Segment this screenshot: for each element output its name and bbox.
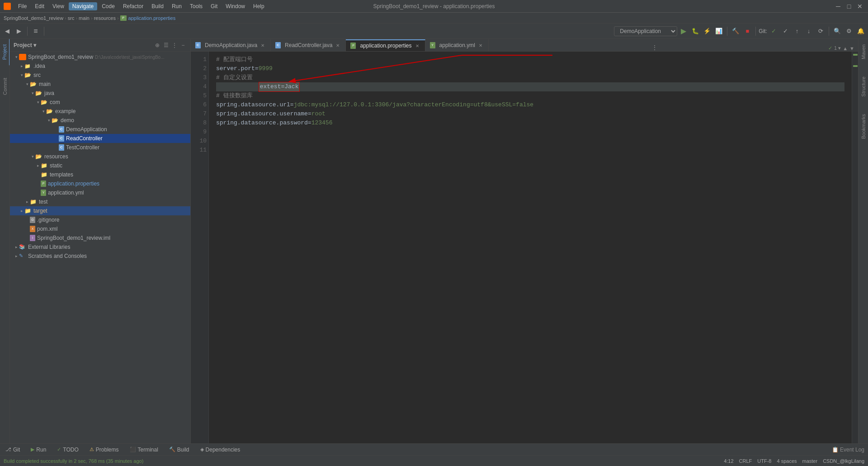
stop-button[interactable]: ■ bbox=[742, 26, 753, 37]
project-icon-1[interactable]: ⊕ bbox=[154, 42, 161, 49]
menu-build[interactable]: Build bbox=[148, 2, 167, 10]
bottom-tab-terminal[interactable]: ⬛ Terminal bbox=[128, 446, 160, 454]
menu-view[interactable]: View bbox=[49, 2, 68, 10]
breadcrumb-src[interactable]: src bbox=[68, 15, 75, 21]
tree-label-java: java bbox=[44, 90, 54, 96]
project-icon-2[interactable]: ☰ bbox=[162, 42, 170, 49]
bottom-tab-problems[interactable]: ⚠ Problems bbox=[88, 446, 121, 454]
code-line-2: server.port=9999 bbox=[216, 64, 844, 73]
tree-item-gitignore[interactable]: G .gitignore bbox=[10, 215, 190, 224]
breadcrumb-file[interactable]: P application.properties bbox=[120, 15, 176, 21]
tree-item-static[interactable]: ▸ 📁 static bbox=[10, 161, 190, 170]
recent-files-button[interactable]: ≡ bbox=[30, 26, 41, 37]
tree-item-pomxml[interactable]: X pom.xml bbox=[10, 224, 190, 233]
expand-button[interactable]: ▼ bbox=[849, 46, 854, 51]
tree-item-idea[interactable]: ▸ 📁 .idea bbox=[10, 62, 190, 71]
tree-item-scratches[interactable]: ▸ ✎ Scratches and Consoles bbox=[10, 252, 190, 261]
tree-item-extlibs[interactable]: ▸ 📚 External Libraries bbox=[10, 243, 190, 252]
menu-tools[interactable]: Tools bbox=[186, 2, 206, 10]
build-button[interactable]: 🔨 bbox=[730, 26, 741, 37]
git-history-button[interactable]: ⟳ bbox=[815, 26, 826, 37]
code-editor[interactable]: # 配置端口号 server.port=9999 # 自定义设置 extest=… bbox=[209, 52, 852, 443]
tree-item-main[interactable]: ▾ 📂 main bbox=[10, 80, 190, 89]
coverage-button[interactable]: ⚡ bbox=[702, 26, 712, 37]
tree-item-root[interactable]: ▾ SpringBoot_demo1_review D:\Java\code\t… bbox=[10, 52, 190, 62]
tree-item-testcontroller[interactable]: C TestController bbox=[10, 143, 190, 152]
encoding-status[interactable]: UTF-8 bbox=[757, 458, 771, 464]
menu-file[interactable]: File bbox=[14, 2, 30, 10]
tree-item-appyml[interactable]: Y application.yml bbox=[10, 188, 190, 197]
search-everywhere-button[interactable]: 🔍 bbox=[832, 26, 843, 37]
bottom-tab-dependencies[interactable]: ◈ Dependencies bbox=[198, 446, 242, 454]
git-branch-status[interactable]: master bbox=[802, 458, 818, 464]
tab-demoapplication[interactable]: C DemoApplication.java ✕ bbox=[191, 39, 271, 51]
tab-more-button[interactable]: ⋮ bbox=[651, 44, 658, 51]
bottom-tab-git[interactable]: ⎇ Git bbox=[4, 446, 22, 454]
tree-item-com[interactable]: ▾ 📂 com bbox=[10, 98, 190, 107]
cursor-position[interactable]: 4:12 bbox=[724, 458, 733, 464]
indent-status[interactable]: 4 spaces bbox=[777, 458, 797, 464]
menu-git[interactable]: Git bbox=[207, 2, 221, 10]
debug-button[interactable]: 🐛 bbox=[690, 26, 701, 37]
menu-help[interactable]: Help bbox=[250, 2, 268, 10]
menu-navigate[interactable]: Navigate bbox=[69, 2, 97, 10]
bottom-tab-run[interactable]: ▶ Run bbox=[29, 446, 48, 454]
collapse-button[interactable]: ▲ bbox=[843, 46, 848, 51]
git-pull-button[interactable]: ↓ bbox=[803, 26, 814, 37]
tree-item-demo[interactable]: ▾ 📂 demo bbox=[10, 116, 190, 125]
breadcrumb-resources[interactable]: resources bbox=[94, 15, 116, 21]
structure-tab[interactable]: Structure bbox=[860, 73, 867, 100]
event-log-button[interactable]: 📋 Event Log bbox=[832, 447, 864, 453]
tree-item-readcontroller[interactable]: C ReadController bbox=[10, 134, 190, 143]
close-button[interactable]: ✕ bbox=[855, 2, 864, 11]
tree-item-target[interactable]: ▸ 📁 target bbox=[10, 206, 190, 215]
tab-close-appyml[interactable]: ✕ bbox=[477, 42, 484, 48]
tree-item-src[interactable]: ▾ 📂 src bbox=[10, 71, 190, 80]
project-panel-tab[interactable]: Project bbox=[0, 39, 10, 65]
bottom-tab-build[interactable]: 🔨 Build bbox=[167, 446, 191, 454]
git-update-button[interactable]: ✓ bbox=[768, 26, 779, 37]
menu-window[interactable]: Window bbox=[222, 2, 249, 10]
menu-edit[interactable]: Edit bbox=[31, 2, 48, 10]
project-icon-3[interactable]: ⋮ bbox=[171, 42, 178, 49]
forward-button[interactable]: ▶ bbox=[14, 26, 24, 37]
notifications-button[interactable]: 🔔 bbox=[855, 26, 866, 37]
minimize-button[interactable]: ─ bbox=[834, 2, 843, 11]
run-config-select[interactable]: DemoApplication bbox=[614, 26, 677, 36]
tab-close-appprops[interactable]: ✕ bbox=[414, 43, 420, 49]
git-commit-button[interactable]: ✓ bbox=[780, 26, 791, 37]
settings-button[interactable]: ⚙ bbox=[844, 26, 854, 37]
menu-run[interactable]: Run bbox=[168, 2, 185, 10]
tree-item-example[interactable]: ▾ 📂 example bbox=[10, 107, 190, 116]
tree-item-test[interactable]: ▸ 📁 test bbox=[10, 197, 190, 206]
project-collapse-button[interactable]: − bbox=[179, 42, 187, 49]
maven-tab[interactable]: Maven bbox=[860, 41, 867, 63]
menu-refactor[interactable]: Refactor bbox=[119, 2, 147, 10]
tab-readcontroller[interactable]: C ReadController.java ✕ bbox=[271, 39, 346, 51]
maximize-button[interactable]: □ bbox=[844, 2, 854, 11]
git-push-button[interactable]: ↑ bbox=[792, 26, 802, 37]
bottom-tab-todo[interactable]: ✓ TODO bbox=[55, 446, 80, 454]
tree-label-scratches: Scratches and Consoles bbox=[28, 253, 87, 259]
tree-item-appprops[interactable]: P application.properties bbox=[10, 179, 190, 188]
breadcrumb-project[interactable]: SpringBoot_demo1_review bbox=[4, 15, 63, 21]
tab-close-demoapplication[interactable]: ✕ bbox=[259, 42, 266, 48]
tab-close-readcontroller[interactable]: ✕ bbox=[335, 42, 341, 48]
tree-item-iml[interactable]: I SpringBoot_demo1_review.iml bbox=[10, 233, 190, 243]
run-button[interactable]: ▶ bbox=[678, 26, 689, 37]
tree-item-demoapplication[interactable]: C DemoApplication bbox=[10, 125, 190, 134]
bookmarks-tab[interactable]: Bookmarks bbox=[860, 110, 867, 143]
back-button[interactable]: ◀ bbox=[2, 26, 13, 37]
tree-item-resources[interactable]: ▾ 📂 resources bbox=[10, 152, 190, 161]
menu-code[interactable]: Code bbox=[98, 2, 118, 10]
tree-item-java[interactable]: ▾ 📂 java bbox=[10, 89, 190, 98]
line-separator[interactable]: CRLF bbox=[739, 458, 752, 464]
profile-button[interactable]: 📊 bbox=[713, 26, 724, 37]
tree-label-pomxml: pom.xml bbox=[37, 226, 57, 232]
tab-appyml[interactable]: Y application.yml ✕ bbox=[425, 39, 489, 51]
tab-appprops[interactable]: P application.properties ✕ bbox=[346, 39, 425, 51]
tree-item-templates[interactable]: 📁 templates bbox=[10, 170, 190, 179]
code-line-1: # 配置端口号 bbox=[216, 55, 844, 64]
breadcrumb-main[interactable]: main bbox=[79, 15, 90, 21]
commit-panel-tab[interactable]: Commit bbox=[0, 72, 9, 100]
